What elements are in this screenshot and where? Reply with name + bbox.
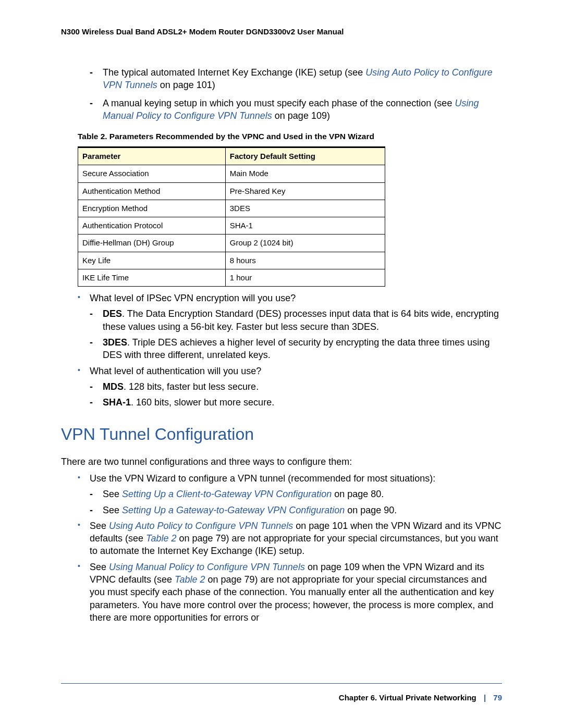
list-item: DES. The Data Encryption Standard (DES) … (90, 307, 502, 333)
section-heading: VPN Tunnel Configuration (61, 423, 502, 446)
list-item: A manual keying setup in which you must … (61, 97, 502, 122)
link-table2-b[interactable]: Table 2 (175, 574, 205, 585)
page-footer: Chapter 6. Virtual Private Networking | … (61, 683, 502, 702)
cell: Authentication Method (78, 182, 226, 200)
footer-divider (61, 683, 502, 684)
text: . 160 bits, slower but more secure. (131, 397, 274, 408)
parameters-table: Parameter Factory Default Setting Secure… (78, 146, 385, 287)
cell: Secure Association (78, 165, 226, 182)
link-auto-policy-2[interactable]: Using Auto Policy to Configure VPN Tunne… (109, 521, 293, 531)
cell: Pre-Shared Key (225, 182, 385, 200)
cell: 3DES (225, 200, 385, 217)
text: on page 80. (332, 489, 384, 499)
cell: IKE Life Time (78, 269, 226, 286)
cell: Main Mode (225, 165, 385, 182)
table-row: Secure AssociationMain Mode (78, 165, 385, 182)
list-item: SHA-1. 160 bits, slower but more secure. (90, 396, 502, 409)
text: on page 109) (272, 110, 330, 121)
text: . The Data Encryption Standard (DES) pro… (103, 309, 499, 331)
list-item: What level of authentication will you us… (61, 365, 502, 409)
text: See (103, 489, 122, 499)
text: on page 101) (157, 80, 215, 90)
label: 3DES (103, 337, 127, 348)
list-item: Use the VPN Wizard to configure a VPN tu… (61, 472, 502, 516)
table-row: Key Life8 hours (78, 252, 385, 269)
list-item: See Setting Up a Client-to-Gateway VPN C… (90, 488, 502, 500)
cell: Group 2 (1024 bit) (225, 235, 385, 252)
text: Use the VPN Wizard to configure a VPN tu… (90, 473, 435, 484)
config-list: Use the VPN Wizard to configure a VPN tu… (61, 472, 502, 624)
text: See (90, 521, 109, 531)
manual-header: N300 Wireless Dual Band ADSL2+ Modem Rou… (61, 27, 502, 36)
list-item: 3DES. Triple DES achieves a higher level… (90, 336, 502, 362)
text: . Triple DES achieves a higher level of … (103, 337, 489, 360)
list-item: See Using Auto Policy to Configure VPN T… (61, 520, 502, 558)
table-row: Diffie-Hellman (DH) GroupGroup 2 (1024 b… (78, 235, 385, 252)
section-intro: There are two tunnel configurations and … (61, 455, 502, 468)
label: DES (103, 309, 122, 319)
list-item: MDS. 128 bits, faster but less secure. (90, 380, 502, 393)
cell: Authentication Protocol (78, 217, 226, 235)
text: on page 90. (345, 505, 397, 515)
table-row: Encryption Method3DES (78, 200, 385, 217)
text: . 128 bits, faster but less secure. (124, 381, 259, 392)
table-header-parameter: Parameter (78, 147, 226, 165)
cell: Key Life (78, 252, 226, 269)
intro-list: The typical automated Internet Key Excha… (61, 66, 502, 122)
text: See (90, 562, 109, 572)
footer-separator: | (479, 693, 491, 702)
list-item: See Using Manual Policy to Configure VPN… (61, 561, 502, 624)
cell: 8 hours (225, 252, 385, 269)
table-row: Authentication ProtocolSHA-1 (78, 217, 385, 235)
text: The typical automated Internet Key Excha… (103, 67, 365, 78)
footer-chapter: Chapter 6. Virtual Private Networking (339, 693, 476, 702)
cell: Encryption Method (78, 200, 226, 217)
table-caption: Table 2. Parameters Recommended by the V… (61, 131, 502, 142)
label: SHA-1 (103, 397, 131, 408)
table-row: Authentication MethodPre-Shared Key (78, 182, 385, 200)
page-number: 79 (493, 693, 502, 702)
table-row: IKE Life Time1 hour (78, 269, 385, 286)
cell: SHA-1 (225, 217, 385, 235)
list-item: See Setting Up a Gateway-to-Gateway VPN … (90, 504, 502, 516)
list-item: The typical automated Internet Key Excha… (61, 66, 502, 92)
text: What level of IPSec VPN encryption will … (90, 293, 296, 303)
list-item: What level of IPSec VPN encryption will … (61, 292, 502, 361)
table-header-default: Factory Default Setting (225, 147, 385, 165)
link-gateway-gateway[interactable]: Setting Up a Gateway-to-Gateway VPN Conf… (122, 505, 345, 515)
text: See (103, 505, 122, 515)
text: A manual keying setup in which you must … (103, 98, 455, 108)
link-client-gateway[interactable]: Setting Up a Client-to-Gateway VPN Confi… (122, 489, 332, 499)
label: MDS (103, 381, 124, 392)
cell: 1 hour (225, 269, 385, 286)
question-list: What level of IPSec VPN encryption will … (61, 292, 502, 409)
link-manual-policy-2[interactable]: Using Manual Policy to Configure VPN Tun… (109, 562, 305, 572)
text: What level of authentication will you us… (90, 366, 261, 376)
link-table2[interactable]: Table 2 (146, 533, 176, 544)
cell: Diffie-Hellman (DH) Group (78, 235, 226, 252)
